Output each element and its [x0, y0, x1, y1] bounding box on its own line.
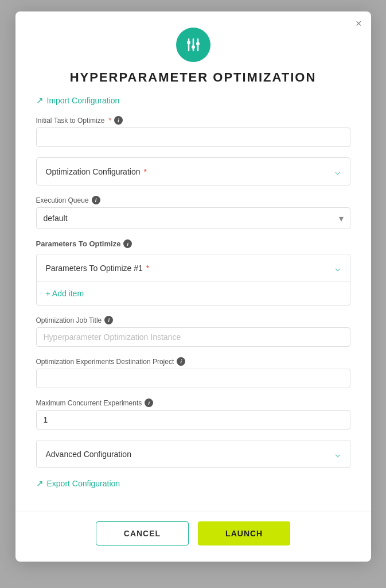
- initial-task-field: Initial Task to Optimize * i: [36, 116, 350, 147]
- modal-title: HYPERPARAMETER OPTIMIZATION: [70, 70, 317, 85]
- destination-project-label: Optimization Experiments Destination Pro…: [36, 357, 350, 366]
- cancel-button[interactable]: CANCEL: [96, 521, 189, 546]
- max-concurrent-info-icon: i: [145, 399, 153, 407]
- svg-point-4: [192, 45, 195, 49]
- initial-task-label: Initial Task to Optimize * i: [36, 116, 350, 125]
- params-sub-chevron-1: ⌵: [335, 262, 341, 273]
- advanced-config-chevron: ⌵: [335, 448, 341, 459]
- export-link-label: Export Configuration: [47, 479, 120, 488]
- max-concurrent-label: Maximum Concurrent Experiments i: [36, 399, 350, 407]
- destination-project-input[interactable]: [36, 369, 350, 388]
- initial-task-info-icon: i: [114, 116, 123, 125]
- modal-container: × HYPERPARAMETER OPTIMIZATION ↗ Import C…: [15, 11, 371, 562]
- params-to-optimize-section: Parameters To Optimize i Parameters To O…: [36, 239, 350, 305]
- execution-queue-select-wrapper: default ▾: [36, 207, 350, 229]
- header-icon-circle: [176, 28, 210, 62]
- import-link-icon: ↗: [36, 95, 44, 106]
- execution-queue-select[interactable]: default: [36, 207, 350, 229]
- optimization-config-chevron: ⌵: [335, 166, 341, 177]
- add-item-button[interactable]: + Add item: [37, 282, 350, 305]
- params-sub-panel-1: Parameters To Optimize #1 * ⌵: [37, 254, 350, 282]
- modal-body: ↗ Import Configuration Initial Task to O…: [15, 95, 371, 512]
- import-link-label: Import Configuration: [47, 96, 120, 105]
- params-sub-header-1[interactable]: Parameters To Optimize #1 * ⌵: [37, 254, 350, 281]
- max-concurrent-field: Maximum Concurrent Experiments i: [36, 399, 350, 430]
- modal-header: HYPERPARAMETER OPTIMIZATION: [15, 11, 371, 95]
- params-container: Parameters To Optimize #1 * ⌵ + Add item: [36, 254, 350, 305]
- advanced-config-label: Advanced Configuration: [46, 450, 131, 459]
- optimization-config-panel: Optimization Configuration * ⌵: [36, 157, 350, 185]
- optimization-job-title-input[interactable]: [36, 327, 350, 347]
- max-concurrent-input[interactable]: [36, 410, 350, 430]
- execution-queue-info-icon: i: [92, 196, 100, 204]
- add-item-label: + Add item: [46, 289, 84, 298]
- optimization-job-title-label: Optimization Job Title i: [36, 316, 350, 324]
- import-configuration-link[interactable]: ↗ Import Configuration: [36, 95, 350, 106]
- initial-task-input[interactable]: [36, 127, 350, 147]
- execution-queue-field: Execution Queue i default ▾: [36, 196, 350, 229]
- sliders-icon: [184, 36, 202, 54]
- optimization-job-title-field: Optimization Job Title i: [36, 316, 350, 347]
- params-sub-label-1: Parameters To Optimize #1 *: [46, 264, 150, 273]
- optimization-config-header[interactable]: Optimization Configuration * ⌵: [37, 158, 350, 185]
- optimization-config-label: Optimization Configuration *: [46, 167, 147, 176]
- params-info-icon: i: [123, 239, 132, 248]
- svg-point-3: [187, 41, 190, 44]
- svg-point-5: [196, 42, 200, 45]
- execution-queue-label: Execution Queue i: [36, 196, 350, 204]
- advanced-config-header[interactable]: Advanced Configuration ⌵: [37, 440, 350, 467]
- destination-project-info-icon: i: [177, 357, 185, 366]
- optimization-job-title-info-icon: i: [104, 316, 113, 324]
- params-to-optimize-label: Parameters To Optimize i: [36, 239, 350, 248]
- export-link-icon: ↗: [36, 478, 44, 489]
- modal-overlay: × HYPERPARAMETER OPTIMIZATION ↗ Import C…: [0, 0, 386, 588]
- advanced-config-panel: Advanced Configuration ⌵: [36, 440, 350, 468]
- modal-footer: CANCEL LAUNCH: [15, 512, 371, 562]
- destination-project-field: Optimization Experiments Destination Pro…: [36, 357, 350, 388]
- close-button[interactable]: ×: [356, 18, 362, 29]
- export-configuration-link[interactable]: ↗ Export Configuration: [36, 478, 350, 489]
- launch-button[interactable]: LAUNCH: [198, 521, 290, 546]
